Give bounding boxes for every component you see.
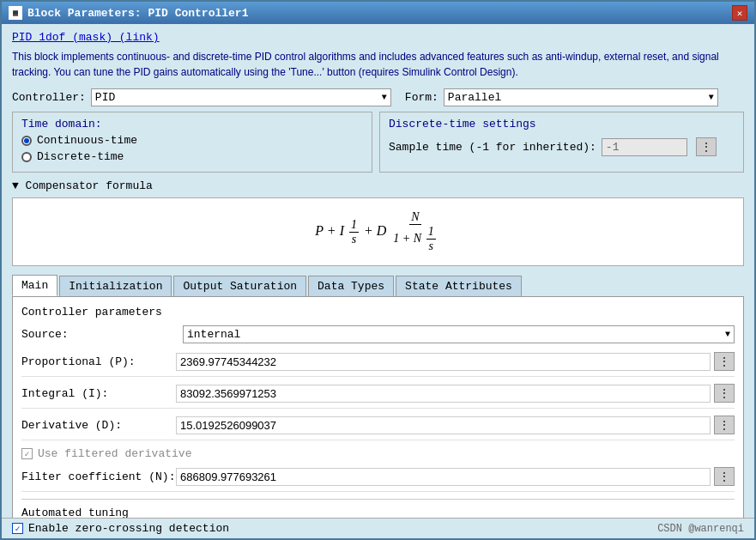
enable-zero-crossing-row: ✓ Enable zero-crossing detection [12, 522, 229, 535]
form-label: Form: [405, 91, 438, 104]
time-domain-box: Time domain: Continuous-time Discrete-ti… [12, 112, 372, 173]
close-button[interactable]: ✕ [732, 5, 747, 21]
description-content: This block implements continuous- and di… [12, 51, 719, 78]
window-icon: ▦ [9, 6, 22, 20]
controller-form-row: Controller: PID ▼ Form: Parallel ▼ [12, 88, 744, 106]
form-dropdown[interactable]: Parallel ▼ [444, 88, 718, 106]
tab-initialization-label: Initialization [69, 280, 162, 293]
tuning-section: Automated tuning Select tuning method: T… [21, 499, 735, 518]
controller-value: PID [95, 91, 115, 104]
tab-output-saturation-label: Output Saturation [183, 280, 297, 293]
controller-params-title: Controller parameters [21, 306, 735, 319]
controller-dropdown[interactable]: PID ▼ [91, 88, 391, 106]
use-filtered-checkbox[interactable]: ✓ [21, 448, 33, 459]
top-links: PID 1dof (mask) (link) [12, 31, 744, 44]
integral-label: Integral (I): [21, 387, 176, 400]
filter-btn[interactable]: ⋮ [714, 467, 735, 486]
tab-data-types[interactable]: Data Types [308, 276, 394, 296]
tab-state-attributes-label: State Attributes [405, 280, 512, 293]
compensator-label: ▼ Compensator formula [12, 179, 153, 192]
continuous-radio[interactable] [21, 136, 32, 146]
tab-main[interactable]: Main [12, 275, 57, 296]
sample-time-row: Sample time (-1 for inherited): -1 ⋮ [389, 137, 735, 156]
derivative-label: Derivative (D): [21, 419, 176, 432]
main-window: ▦ Block Parameters: PID Controller1 ✕ PI… [0, 0, 756, 540]
tuning-title: Automated tuning [21, 507, 735, 518]
tab-content-main: Controller parameters Source: internal ▼… [12, 296, 744, 518]
pid-link[interactable]: PID 1dof (mask) (link) [12, 31, 160, 44]
sample-time-label: Sample time (-1 for inherited): [389, 141, 596, 154]
form-value: Parallel [448, 91, 501, 104]
integral-input[interactable] [176, 385, 711, 403]
proportional-btn[interactable]: ⋮ [714, 352, 735, 371]
source-label: Source: [21, 328, 176, 341]
proportional-row: Proportional (P): ⋮ [21, 352, 735, 377]
enable-zero-crossing-checkbox[interactable]: ✓ [12, 523, 23, 534]
derivative-input[interactable] [176, 416, 711, 434]
proportional-input[interactable] [176, 353, 711, 371]
filter-label: Filter coefficient (N): [21, 470, 176, 483]
source-value: internal [187, 328, 240, 341]
filter-input[interactable] [176, 468, 711, 486]
continuous-radio-row[interactable]: Continuous-time [21, 134, 363, 147]
integral-btn[interactable]: ⋮ [714, 384, 735, 403]
tab-data-types-label: Data Types [318, 280, 384, 293]
source-dropdown[interactable]: internal ▼ [183, 325, 735, 343]
continuous-label: Continuous-time [37, 134, 137, 147]
discrete-settings-box: Discrete-time settings Sample time (-1 f… [379, 112, 744, 173]
zero-crossing-check: ✓ [15, 524, 20, 534]
formula-frac-2: N 1 + N 1 s [391, 210, 438, 253]
sample-time-input[interactable]: -1 [602, 138, 687, 156]
enable-zero-crossing-label: Enable zero-crossing detection [28, 522, 229, 535]
tab-output-saturation[interactable]: Output Saturation [173, 276, 306, 296]
watermark-text: CSDN @wanrenqi [657, 523, 744, 535]
integral-row: Integral (I): ⋮ [21, 384, 735, 409]
formula-frac-1: 1 s [349, 218, 359, 246]
discrete-settings-title: Discrete-time settings [389, 118, 735, 130]
proportional-label: Proportional (P): [21, 355, 176, 368]
sample-time-btn[interactable]: ⋮ [696, 137, 717, 156]
tab-state-attributes[interactable]: State Attributes [396, 276, 522, 296]
controller-label: Controller: [12, 91, 86, 104]
bottom-bar: ✓ Enable zero-crossing detection CSDN @w… [2, 518, 754, 538]
tab-main-label: Main [21, 279, 48, 292]
sample-time-value: -1 [606, 141, 620, 154]
title-bar-left: ▦ Block Parameters: PID Controller1 [9, 6, 248, 20]
time-domain-row: Time domain: Continuous-time Discrete-ti… [12, 112, 744, 173]
title-bar: ▦ Block Parameters: PID Controller1 ✕ [2, 2, 754, 24]
time-domain-label: Time domain: [21, 118, 363, 130]
derivative-btn[interactable]: ⋮ [714, 416, 735, 434]
formula: P + I 1 s + D N 1 + N 1 s [315, 210, 440, 253]
form-group: Form: Parallel ▼ [405, 88, 718, 106]
use-filtered-label: Use filtered derivative [38, 447, 191, 460]
window-title: Block Parameters: PID Controller1 [27, 7, 248, 20]
formula-plus-d: + D [364, 223, 386, 238]
source-dropdown-arrow: ▼ [725, 330, 730, 339]
filter-row: Filter coefficient (N): ⋮ [21, 467, 735, 492]
compensator-header[interactable]: ▼ Compensator formula [12, 179, 744, 192]
discrete-radio[interactable] [21, 152, 32, 162]
form-arrow: ▼ [709, 93, 714, 102]
derivative-row: Derivative (D): ⋮ [21, 416, 735, 440]
source-row: Source: internal ▼ [21, 325, 735, 343]
use-filtered-row: ✓ Use filtered derivative [21, 447, 735, 460]
discrete-label: Discrete-time [37, 150, 124, 163]
description-text: This block implements continuous- and di… [12, 49, 744, 80]
main-content: PID 1dof (mask) (link) This block implem… [2, 24, 754, 518]
controller-group: Controller: PID ▼ [12, 88, 391, 106]
tabs-bar: Main Initialization Output Saturation Da… [12, 275, 744, 296]
discrete-radio-row[interactable]: Discrete-time [21, 150, 363, 163]
tab-initialization[interactable]: Initialization [59, 276, 172, 296]
formula-p: P + I [315, 223, 344, 238]
formula-frac-3: 1 s [426, 225, 436, 253]
controller-arrow: ▼ [382, 93, 387, 102]
formula-area: P + I 1 s + D N 1 + N 1 s [12, 197, 744, 266]
compensator-section: ▼ Compensator formula P + I 1 s + D N 1 … [12, 179, 744, 266]
